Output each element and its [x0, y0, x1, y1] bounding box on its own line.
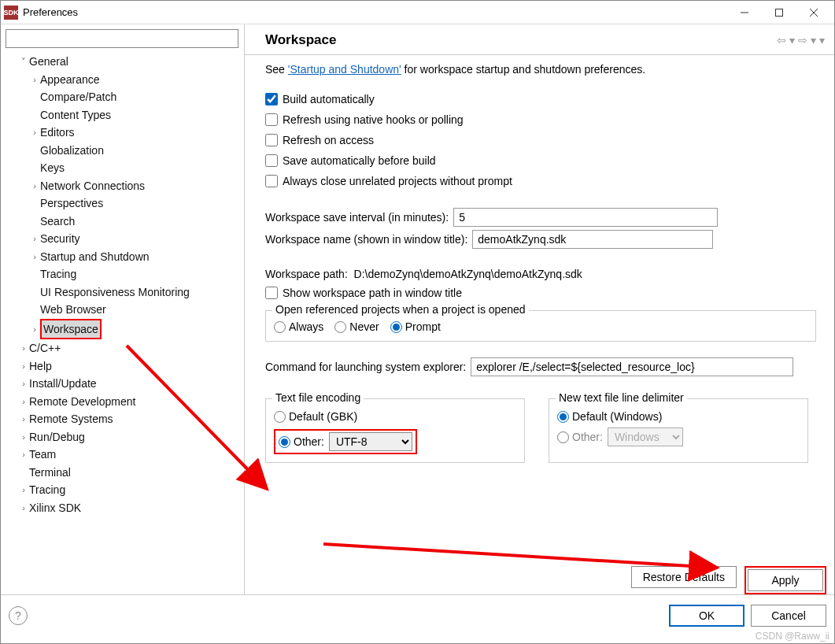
cmd-explorer-input[interactable]: [471, 357, 793, 376]
tree-globalization[interactable]: Globalization: [7, 142, 242, 160]
help-icon[interactable]: ?: [9, 606, 28, 625]
tree-tracing2[interactable]: ›Tracing: [7, 481, 242, 499]
content-panel: Workspace ⇦▾⇨▾▾ See 'Startup and Shutdow…: [245, 24, 834, 594]
page-nav[interactable]: ⇦▾⇨▾▾: [775, 34, 826, 46]
group-text-encoding: Text file encoding Default (GBK) Other: …: [265, 398, 525, 463]
tree-content-types[interactable]: Content Types: [7, 106, 242, 124]
lbl-build-automatically: Build automatically: [283, 90, 375, 109]
lbl-save-interval: Workspace save interval (in minutes):: [265, 211, 449, 224]
legend-text-encoding: Text file encoding: [272, 391, 364, 404]
tree-perspectives[interactable]: Perspectives: [7, 194, 242, 213]
legend-line-delimiter: New text file line delimiter: [556, 391, 687, 404]
tree-ui-responsiveness[interactable]: UI Responsiveness Monitoring: [7, 283, 242, 302]
chk-build-automatically[interactable]: [265, 93, 278, 105]
tree-team[interactable]: ›Team: [7, 446, 242, 464]
tree-remote-development[interactable]: ›Remote Development: [7, 393, 242, 411]
tree-tracing[interactable]: Tracing: [7, 265, 242, 283]
apply-button[interactable]: Apply: [748, 569, 823, 591]
restore-defaults-button[interactable]: Restore Defaults: [631, 566, 737, 588]
app-icon: SDK: [4, 6, 18, 20]
tree-editors[interactable]: ›Editors: [7, 124, 242, 142]
radio-prompt[interactable]: Prompt: [390, 320, 441, 333]
tree-terminal[interactable]: Terminal: [7, 464, 242, 482]
lbl-workspace-path: Workspace path:: [265, 268, 348, 280]
tree-search[interactable]: Search: [7, 213, 242, 231]
lbl-close-unrelated: Always close unrelated projects without …: [283, 172, 512, 191]
startup-shutdown-link[interactable]: 'Startup and Shutdown': [288, 63, 401, 76]
tree-keys[interactable]: Keys: [7, 159, 242, 177]
save-interval-input[interactable]: [453, 208, 718, 227]
chk-refresh-access[interactable]: [265, 134, 278, 146]
cancel-button[interactable]: Cancel: [751, 605, 826, 627]
workspace-name-input[interactable]: [472, 230, 713, 249]
page-title: Workspace: [265, 32, 775, 48]
sidebar: ˅General ›Appearance Compare/Patch Conte…: [1, 24, 245, 594]
bottom-bar: ? OK Cancel: [1, 594, 834, 635]
tree-web-browser[interactable]: Web Browser: [7, 301, 242, 319]
lbl-cmd-explorer: Command for launching system explorer:: [265, 361, 466, 373]
lbl-save-before-build: Save automatically before build: [283, 151, 436, 170]
tree-workspace[interactable]: ›Workspace: [7, 319, 242, 340]
tree-network-connections[interactable]: ›Network Connections: [7, 177, 242, 195]
lbl-show-ws-path: Show workspace path in window title: [283, 283, 462, 302]
startup-shutdown-hint: See 'Startup and Shutdown' for workspace…: [265, 63, 826, 76]
radio-enc-default[interactable]: Default (GBK): [274, 407, 357, 426]
group-open-referenced: Open referenced projects when a project …: [265, 310, 816, 342]
lbl-workspace-name: Workspace name (shown in window title):: [265, 233, 467, 246]
group-line-delimiter: New text file line delimiter Default (Wi…: [549, 398, 808, 463]
window-title: Preferences: [23, 6, 727, 18]
tree-startup-shutdown[interactable]: ›Startup and Shutdown: [7, 248, 242, 266]
svg-rect-1: [776, 9, 783, 16]
tree-security[interactable]: ›Security: [7, 230, 242, 248]
minimize-button[interactable]: [727, 1, 762, 24]
close-button[interactable]: [796, 1, 831, 24]
tree-general[interactable]: ˅General: [7, 53, 242, 71]
enc-other-combo[interactable]: UTF-8: [329, 432, 412, 451]
tree-compare-patch[interactable]: Compare/Patch: [7, 88, 242, 106]
delim-other-combo[interactable]: Windows: [608, 427, 683, 446]
ok-button[interactable]: OK: [669, 605, 744, 627]
maximize-button[interactable]: [762, 1, 796, 24]
lbl-refresh-access: Refresh on access: [283, 131, 374, 150]
tree-help[interactable]: ›Help: [7, 357, 242, 376]
watermark: CSDN @Raww_ii: [756, 631, 829, 642]
filter-input[interactable]: [6, 29, 238, 48]
legend-open-referenced: Open referenced projects when a project …: [272, 303, 529, 316]
chk-save-before-build[interactable]: [265, 154, 278, 167]
chk-close-unrelated[interactable]: [265, 175, 278, 187]
forward-icon: ⇨: [796, 34, 809, 46]
chk-show-ws-path[interactable]: [265, 287, 278, 299]
radio-delim-other[interactable]: Other:: [557, 427, 603, 446]
back-icon: ⇦: [775, 34, 788, 46]
radio-always[interactable]: Always: [274, 320, 323, 333]
tree-appearance[interactable]: ›Appearance: [7, 71, 242, 89]
radio-enc-other[interactable]: Other:: [279, 435, 324, 448]
tree-remote-systems[interactable]: ›Remote Systems: [7, 410, 242, 428]
radio-delim-default[interactable]: Default (Windows): [557, 407, 662, 426]
chk-refresh-hooks[interactable]: [265, 113, 278, 126]
workspace-path-value: D:\demoZynq\demoAtkZynq\demoAtkZynq.sdk: [354, 268, 582, 280]
titlebar: SDK Preferences: [1, 1, 834, 24]
tree-cpp[interactable]: ›C/C++: [7, 339, 242, 357]
preferences-tree[interactable]: ˅General ›Appearance Compare/Patch Conte…: [2, 53, 242, 516]
tree-run-debug[interactable]: ›Run/Debug: [7, 428, 242, 446]
lbl-refresh-hooks: Refresh using native hooks or polling: [283, 110, 464, 129]
tree-xilinx-sdk[interactable]: ›Xilinx SDK: [7, 499, 242, 517]
tree-install-update[interactable]: ›Install/Update: [7, 375, 242, 393]
radio-never[interactable]: Never: [334, 320, 379, 333]
